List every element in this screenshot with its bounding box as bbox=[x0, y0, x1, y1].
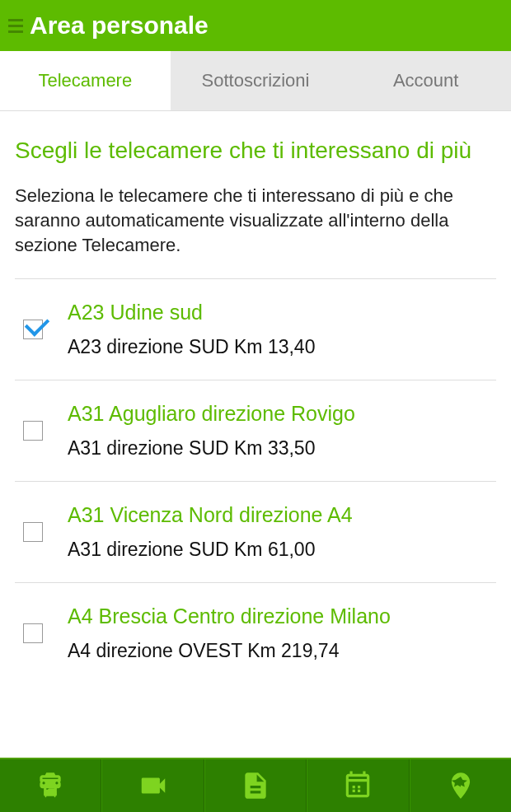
section-description: Seleziona le telecamere che ti interessa… bbox=[15, 184, 496, 257]
camera-list: A23 Udine sud A23 direzione SUD Km 13,40… bbox=[15, 278, 496, 684]
section-title: Scegli le telecamere che ti interessano … bbox=[15, 136, 496, 166]
camera-subtitle: A23 direzione SUD Km 13,40 bbox=[68, 336, 496, 358]
camera-subtitle: A31 direzione SUD Km 33,50 bbox=[68, 437, 496, 460]
list-item[interactable]: A31 Agugliaro direzione Rovigo A31 direz… bbox=[15, 380, 496, 481]
camera-title: A23 Udine sud bbox=[68, 301, 496, 324]
document-icon bbox=[240, 770, 271, 801]
camera-subtitle: A31 direzione SUD Km 61,00 bbox=[68, 539, 496, 561]
page-title: Area personale bbox=[30, 12, 209, 40]
checkbox[interactable] bbox=[23, 623, 43, 643]
camera-info: A31 Vicenza Nord direzione A4 A31 direzi… bbox=[68, 503, 496, 561]
tab-telecamere[interactable]: Telecamere bbox=[0, 51, 171, 110]
checkbox[interactable] bbox=[23, 421, 43, 441]
camera-subtitle: A4 direzione OVEST Km 219,74 bbox=[68, 640, 496, 662]
content-area: Scegli le telecamere che ti interessano … bbox=[0, 111, 511, 758]
menu-icon[interactable] bbox=[8, 19, 23, 33]
tab-account[interactable]: Account bbox=[340, 51, 511, 110]
app-header: Area personale bbox=[0, 0, 511, 51]
nav-favorite[interactable] bbox=[410, 759, 511, 812]
camera-title: A4 Brescia Centro direzione Milano bbox=[68, 604, 496, 628]
nav-traffic[interactable] bbox=[0, 759, 101, 812]
camera-icon bbox=[138, 770, 169, 801]
checkbox[interactable] bbox=[23, 320, 43, 339]
list-item[interactable]: A4 Brescia Centro direzione Milano A4 di… bbox=[15, 582, 496, 684]
list-item[interactable]: A31 Vicenza Nord direzione A4 A31 direzi… bbox=[15, 481, 496, 582]
camera-title: A31 Agugliaro direzione Rovigo bbox=[68, 402, 496, 426]
nav-calendar[interactable] bbox=[307, 759, 409, 812]
nav-document[interactable] bbox=[204, 759, 307, 812]
location-star-icon bbox=[445, 770, 476, 801]
camera-info: A23 Udine sud A23 direzione SUD Km 13,40 bbox=[68, 301, 496, 358]
list-item[interactable]: A23 Udine sud A23 direzione SUD Km 13,40 bbox=[15, 278, 496, 380]
tabs: Telecamere Sottoscrizioni Account bbox=[0, 51, 511, 111]
camera-info: A31 Agugliaro direzione Rovigo A31 direz… bbox=[68, 402, 496, 460]
bottom-nav bbox=[0, 758, 511, 812]
camera-title: A31 Vicenza Nord direzione A4 bbox=[68, 503, 496, 527]
traffic-icon bbox=[35, 770, 66, 801]
checkbox[interactable] bbox=[23, 522, 43, 542]
tab-sottoscrizioni[interactable]: Sottoscrizioni bbox=[171, 51, 341, 110]
calendar-icon bbox=[342, 770, 373, 801]
camera-info: A4 Brescia Centro direzione Milano A4 di… bbox=[68, 604, 496, 662]
nav-camera[interactable] bbox=[101, 759, 204, 812]
